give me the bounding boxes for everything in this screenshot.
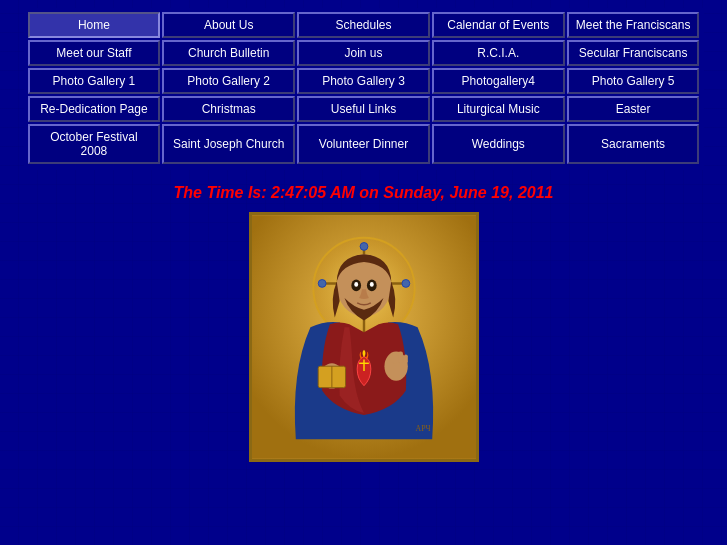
svg-point-6 [401, 280, 409, 288]
nav-btn-r.c.i.a.[interactable]: R.C.I.A. [432, 40, 565, 66]
nav-btn-join-us[interactable]: Join us [297, 40, 430, 66]
svg-rect-15 [398, 352, 403, 364]
svg-text:APЧ: APЧ [415, 424, 430, 433]
svg-point-11 [354, 282, 358, 287]
nav-row-4: October Festival 2008Saint Joseph Church… [28, 124, 700, 164]
nav-btn-easter[interactable]: Easter [567, 96, 700, 122]
svg-rect-16 [403, 355, 407, 364]
nav-btn-about-us[interactable]: About Us [162, 12, 295, 38]
nav-btn-liturgical-music[interactable]: Liturgical Music [432, 96, 565, 122]
nav-btn-photo-gallery-5[interactable]: Photo Gallery 5 [567, 68, 700, 94]
svg-rect-14 [392, 354, 397, 364]
nav-row-1: Meet our StaffChurch BulletinJoin usR.C.… [28, 40, 700, 66]
nav-btn-saint-joseph-church[interactable]: Saint Joseph Church [162, 124, 295, 164]
main-image-container: APЧ [8, 212, 719, 462]
nav-btn-photo-gallery-2[interactable]: Photo Gallery 2 [162, 68, 295, 94]
nav-row-3: Re-Dedication PageChristmasUseful LinksL… [28, 96, 700, 122]
nav-btn-photogallery4[interactable]: Photogallery4 [432, 68, 565, 94]
time-display: The Time Is: 2:47:05 AM on Sunday, June … [8, 184, 719, 202]
nav-row-2: Photo Gallery 1Photo Gallery 2Photo Gall… [28, 68, 700, 94]
nav-btn-home[interactable]: Home [28, 12, 161, 38]
navigation: HomeAbout UsSchedulesCalendar of EventsM… [24, 8, 704, 170]
nav-btn-christmas[interactable]: Christmas [162, 96, 295, 122]
nav-btn-weddings[interactable]: Weddings [432, 124, 565, 164]
nav-btn-meet-our-staff[interactable]: Meet our Staff [28, 40, 161, 66]
svg-point-7 [318, 280, 326, 288]
nav-btn-schedules[interactable]: Schedules [297, 12, 430, 38]
nav-btn-volunteer-dinner[interactable]: Volunteer Dinner [297, 124, 430, 164]
nav-btn-useful-links[interactable]: Useful Links [297, 96, 430, 122]
nav-btn-photo-gallery-3[interactable]: Photo Gallery 3 [297, 68, 430, 94]
nav-btn-re-dedication-page[interactable]: Re-Dedication Page [28, 96, 161, 122]
nav-row-0: HomeAbout UsSchedulesCalendar of EventsM… [28, 12, 700, 38]
nav-btn-sacraments[interactable]: Sacraments [567, 124, 700, 164]
nav-btn-photo-gallery-1[interactable]: Photo Gallery 1 [28, 68, 161, 94]
svg-point-5 [360, 243, 368, 251]
nav-btn-october-festival-2008[interactable]: October Festival 2008 [28, 124, 161, 164]
jesus-icon-image: APЧ [249, 212, 479, 462]
nav-btn-calendar-of-events[interactable]: Calendar of Events [432, 12, 565, 38]
nav-btn-secular-franciscans[interactable]: Secular Franciscans [567, 40, 700, 66]
nav-btn-meet-the-franciscans[interactable]: Meet the Franciscans [567, 12, 700, 38]
nav-btn-church-bulletin[interactable]: Church Bulletin [162, 40, 295, 66]
svg-point-12 [369, 282, 373, 287]
